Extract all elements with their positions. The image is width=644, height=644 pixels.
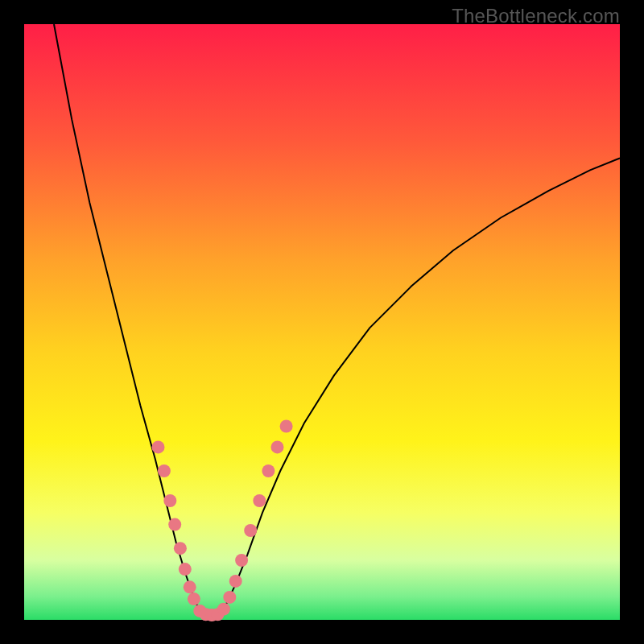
marker-dot: [271, 440, 284, 453]
marker-dot: [235, 554, 248, 567]
chart-frame: TheBottleneck.com: [0, 0, 644, 644]
marker-dot: [253, 494, 266, 507]
marker-dot: [262, 464, 275, 477]
gradient-bg: [24, 24, 620, 620]
chart-svg: [24, 24, 620, 620]
marker-dot: [158, 464, 171, 477]
marker-dot: [244, 524, 257, 537]
marker-dot: [188, 592, 200, 605]
marker-dot: [184, 580, 196, 593]
plot-area: [24, 24, 620, 620]
marker-dot: [163, 494, 176, 507]
marker-dot: [174, 542, 187, 555]
marker-dot: [280, 420, 293, 433]
marker-dot: [229, 575, 242, 588]
marker-dot: [168, 518, 181, 531]
marker-dot: [217, 603, 230, 616]
marker-dot: [179, 563, 192, 576]
marker-dot: [152, 440, 165, 453]
marker-dot: [223, 591, 236, 604]
